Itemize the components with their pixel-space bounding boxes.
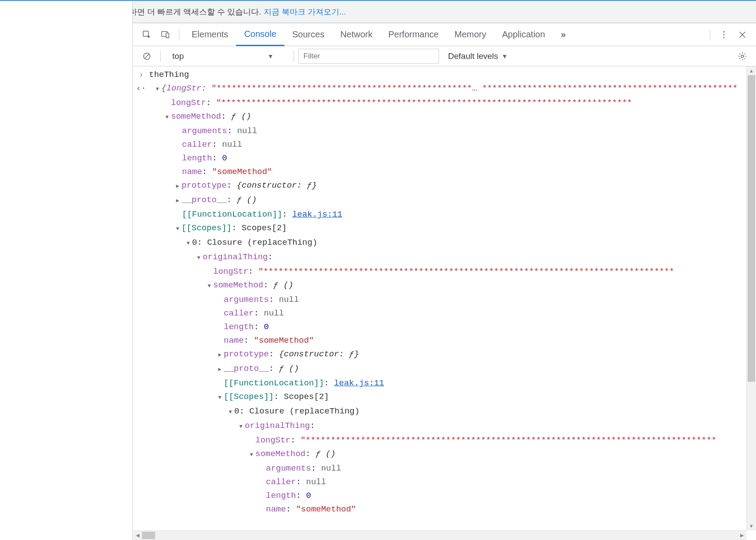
result-icon: ‹·	[133, 82, 149, 95]
prop-key: someMethod	[171, 112, 221, 121]
log-levels-selector[interactable]: Default levels ▼	[448, 51, 508, 61]
source-link[interactable]: leak.js:11	[292, 210, 342, 219]
expand-toggle[interactable]	[216, 390, 224, 405]
expand-toggle[interactable]	[216, 348, 224, 362]
expand-toggle[interactable]	[174, 193, 182, 208]
scroll-down-icon[interactable]: ▼	[747, 522, 756, 530]
clear-console-icon[interactable]	[139, 49, 154, 64]
tab-sources[interactable]: Sources	[284, 23, 332, 46]
svg-point-4	[723, 34, 725, 35]
scroll-thumb[interactable]	[748, 75, 755, 382]
devtools-tabs: Elements Console Sources Network Perform…	[133, 23, 756, 46]
tabs-overflow-icon[interactable]: »	[553, 23, 574, 46]
device-toggle-icon[interactable]	[158, 27, 173, 42]
prompt-icon: ›	[133, 68, 149, 82]
inspect-icon[interactable]	[139, 27, 154, 42]
context-label: top	[172, 51, 184, 61]
settings-gear-icon[interactable]	[735, 49, 750, 64]
tab-memory[interactable]: Memory	[447, 23, 494, 46]
scroll-left-icon[interactable]: ◀	[133, 531, 142, 540]
separator	[160, 51, 161, 62]
console-output: ›theThing ‹·{longStr: "*****************…	[133, 66, 746, 530]
page-content-area	[0, 1, 133, 540]
svg-point-3	[723, 31, 725, 33]
context-selector[interactable]: top ▼	[165, 49, 289, 64]
expand-toggle[interactable]	[205, 279, 213, 293]
tab-elements[interactable]: Elements	[184, 23, 236, 46]
levels-label: Default levels	[448, 51, 498, 61]
scroll-thumb[interactable]	[142, 532, 155, 539]
chevron-down-icon: ▼	[502, 53, 508, 60]
scroll-right-icon[interactable]: ▶	[738, 531, 746, 540]
tab-console[interactable]: Console	[236, 23, 284, 46]
scroll-up-icon[interactable]: ▲	[747, 66, 756, 75]
console-toolbar: top ▼ Default levels ▼	[133, 46, 756, 66]
console-input-echo[interactable]: theThing	[149, 70, 189, 80]
separator	[294, 51, 294, 62]
expand-toggle[interactable]	[226, 405, 234, 419]
prop-key: longStr	[171, 98, 206, 108]
expand-toggle[interactable]	[247, 447, 255, 462]
horizontal-scrollbar[interactable]: ◀ ▶	[133, 530, 746, 540]
close-icon[interactable]	[735, 27, 750, 42]
svg-point-5	[723, 36, 725, 38]
chevron-down-icon: ▼	[254, 53, 273, 60]
svg-point-7	[741, 55, 744, 58]
svg-rect-2	[166, 33, 169, 38]
import-bookmarks-link[interactable]: 지금 북마크 가져오기...	[264, 7, 346, 17]
devtools-panel: Elements Console Sources Network Perform…	[133, 23, 756, 540]
filter-input[interactable]	[298, 49, 439, 64]
expand-toggle[interactable]	[153, 82, 161, 96]
separator	[710, 29, 710, 40]
expand-toggle[interactable]	[184, 236, 192, 250]
source-link[interactable]: leak.js:11	[334, 378, 384, 388]
vertical-scrollbar[interactable]: ▲ ▼	[746, 66, 756, 530]
expand-toggle[interactable]	[174, 221, 182, 236]
tab-performance[interactable]: Performance	[381, 23, 447, 46]
separator	[179, 29, 179, 40]
expand-toggle[interactable]	[195, 250, 203, 265]
expand-toggle[interactable]	[216, 362, 224, 377]
expand-toggle[interactable]	[237, 419, 245, 434]
kebab-menu-icon[interactable]	[716, 27, 731, 42]
tab-network[interactable]: Network	[332, 23, 380, 46]
tab-application[interactable]: Application	[494, 23, 553, 46]
expand-toggle[interactable]	[174, 179, 182, 193]
expand-toggle[interactable]	[163, 110, 171, 124]
